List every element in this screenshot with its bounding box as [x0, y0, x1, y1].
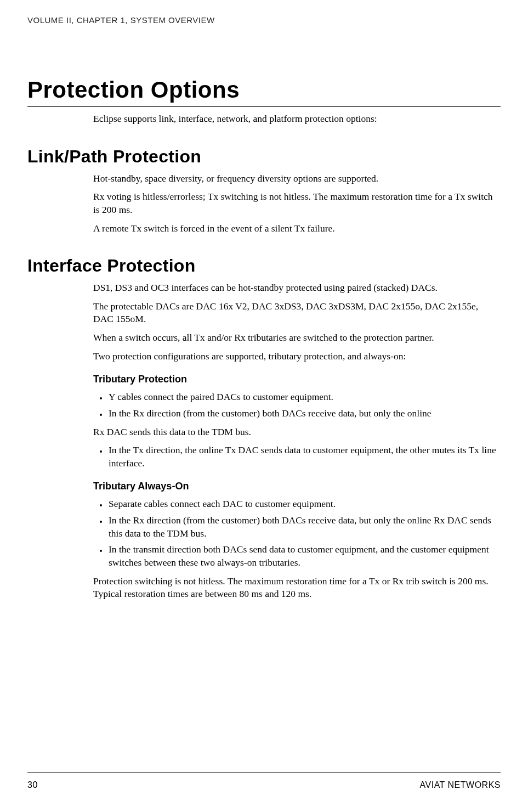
bullet-list: Separate cables connect each DAC to cust…	[93, 498, 501, 569]
bullet-list: Y cables connect the paired DACs to cust…	[93, 391, 501, 420]
body-paragraph: Two protection configurations are suppor…	[93, 350, 501, 363]
main-content: Protection Options Eclipse supports link…	[27, 77, 501, 745]
list-item: In the Tx direction, the online Tx DAC s…	[107, 444, 501, 470]
body-paragraph: Rx DAC sends this data to the TDM bus.	[93, 426, 501, 439]
section-heading-link: Link/Path Protection	[27, 146, 501, 167]
page-footer: 30 AVIAT NETWORKS	[27, 772, 501, 790]
list-item: In the Rx direction (from the customer) …	[107, 514, 501, 540]
body-paragraph: When a switch occurs, all Tx and/or Rx t…	[93, 331, 501, 345]
list-item: In the Rx direction (from the customer) …	[107, 407, 501, 420]
page-number: 30	[27, 780, 38, 790]
list-item: In the transmit direction both DACs send…	[107, 543, 501, 569]
body-paragraph: DS1, DS3 and OC3 interfaces can be hot-s…	[93, 281, 501, 295]
bullet-list: In the Tx direction, the online Tx DAC s…	[93, 444, 501, 470]
body-paragraph: The protectable DACs are DAC 16x V2, DAC…	[93, 300, 501, 326]
body-paragraph: Protection switching is not hitless. The…	[93, 575, 501, 601]
intro-paragraph: Eclipse supports link, interface, networ…	[93, 112, 501, 126]
subsection-heading-tributary: Tributary Protection	[93, 374, 501, 385]
subsection-heading-always-on: Tributary Always-On	[93, 481, 501, 492]
page-header: VOLUME II, CHAPTER 1, SYSTEM OVERVIEW	[27, 15, 501, 25]
body-paragraph: Hot-standby, space diversity, or frequen…	[93, 172, 501, 185]
list-item: Separate cables connect each DAC to cust…	[107, 498, 501, 511]
company-name: AVIAT NETWORKS	[420, 780, 501, 790]
list-item: Y cables connect the paired DACs to cust…	[107, 391, 501, 404]
body-paragraph: Rx voting is hitless/errorless; Tx switc…	[93, 190, 501, 216]
body-paragraph: A remote Tx switch is forced in the even…	[93, 222, 501, 235]
section-heading-interface: Interface Protection	[27, 256, 501, 276]
page-title: Protection Options	[27, 77, 501, 107]
